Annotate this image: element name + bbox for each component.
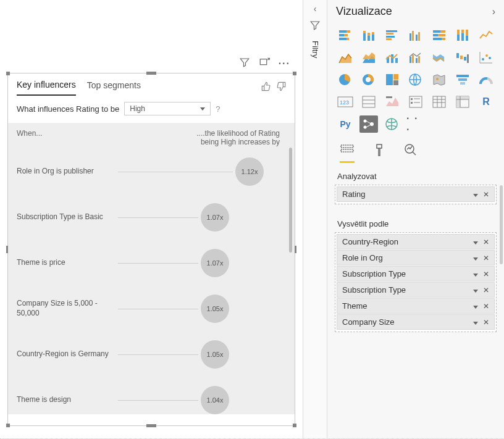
svg-rect-67: [411, 98, 413, 100]
scatter-icon[interactable]: [477, 49, 495, 66]
influencer-row[interactable]: Role in Org is publisher 1.12x: [17, 157, 286, 186]
stacked-column-icon[interactable]: [359, 27, 378, 44]
treemap-icon[interactable]: [383, 71, 401, 88]
field-pill[interactable]: Subscription Type ✕: [337, 266, 495, 282]
python-visual-icon[interactable]: Py: [336, 115, 355, 133]
funnel-icon[interactable]: [453, 71, 472, 88]
chevron-down-icon[interactable]: [473, 302, 478, 311]
card-icon[interactable]: 123: [336, 93, 355, 111]
map-icon[interactable]: [406, 71, 425, 88]
influencer-row[interactable]: Theme is design 1.04x: [17, 386, 286, 414]
influencer-row[interactable]: Country-Region is Germany 1.05x: [17, 340, 286, 369]
format-tab-icon[interactable]: [373, 143, 385, 163]
analyze-field-well[interactable]: Rating ✕: [335, 185, 497, 204]
influencer-row[interactable]: Theme is price 1.07x: [17, 249, 286, 277]
scrollbar[interactable]: [289, 148, 292, 253]
svg-point-83: [370, 122, 374, 126]
fields-tab-icon[interactable]: [340, 143, 355, 163]
stacked-bar-100-icon[interactable]: [430, 27, 448, 44]
chevron-down-icon[interactable]: [473, 238, 478, 246]
tab-key-influencers[interactable]: Key influencers: [17, 80, 76, 96]
area-chart-icon[interactable]: [336, 49, 355, 66]
table-icon[interactable]: [430, 93, 448, 111]
clustered-bar-icon[interactable]: [383, 27, 401, 44]
field-pill[interactable]: Country-Region ✕: [337, 234, 495, 249]
donut-chart-icon[interactable]: [359, 71, 378, 88]
gauge-icon[interactable]: [477, 71, 495, 88]
remove-field-icon[interactable]: ✕: [483, 318, 489, 327]
svg-rect-16: [386, 38, 392, 40]
svg-rect-62: [363, 96, 375, 107]
chevron-down-icon[interactable]: [473, 254, 478, 262]
svg-text:123: 123: [340, 99, 349, 106]
expand-pane-icon[interactable]: ›: [492, 6, 495, 17]
filter-icon[interactable]: [239, 57, 250, 70]
thumbs-up-icon[interactable]: [261, 82, 271, 94]
resize-handle[interactable]: [146, 424, 156, 427]
remove-field-icon[interactable]: ✕: [483, 254, 489, 262]
resize-handle[interactable]: [6, 424, 10, 427]
remove-field-icon[interactable]: ✕: [483, 302, 489, 311]
remove-field-icon[interactable]: ✕: [483, 190, 489, 199]
influencer-value-bubble: 1.07x: [201, 203, 229, 232]
svg-rect-8: [363, 31, 366, 33]
remove-field-icon[interactable]: ✕: [483, 270, 489, 278]
field-pill[interactable]: Role in Org ✕: [337, 250, 495, 265]
waterfall-icon[interactable]: [453, 49, 472, 66]
kpi-icon[interactable]: [383, 93, 401, 111]
filters-pane-collapsed: ‹ Filtry: [303, 0, 327, 438]
scrollbar[interactable]: [500, 185, 503, 264]
key-influencers-visual[interactable]: Key influencers Top segments What influe…: [7, 73, 295, 426]
svg-point-48: [489, 57, 491, 59]
focus-mode-icon[interactable]: [259, 57, 270, 70]
line-stacked-column-icon[interactable]: [383, 49, 401, 66]
field-pill[interactable]: Rating ✕: [337, 186, 495, 202]
resize-handle[interactable]: [146, 72, 156, 75]
line-chart-icon[interactable]: [477, 27, 495, 44]
resize-handle[interactable]: [293, 72, 296, 75]
filled-map-icon[interactable]: [430, 71, 448, 88]
stacked-area-icon[interactable]: [359, 49, 378, 66]
chevron-down-icon[interactable]: [473, 190, 478, 199]
svg-rect-58: [458, 78, 467, 81]
pie-chart-icon[interactable]: [336, 71, 355, 88]
r-visual-icon[interactable]: R: [477, 93, 495, 111]
expand-filters-icon[interactable]: ‹: [314, 4, 317, 14]
influencer-value-bubble: 1.07x: [201, 249, 229, 277]
explain-by-field-well[interactable]: Country-Region ✕ Role in Org ✕ Subscript…: [335, 232, 497, 332]
resize-handle[interactable]: [293, 424, 296, 427]
decomposition-tree-icon[interactable]: [383, 115, 401, 133]
matrix-icon[interactable]: [453, 93, 472, 111]
more-visuals-icon[interactable]: · · ·: [406, 115, 425, 133]
svg-line-85: [366, 125, 371, 127]
key-influencers-visual-icon[interactable]: [359, 115, 378, 133]
tab-top-segments[interactable]: Top segments: [87, 80, 141, 95]
clustered-column-icon[interactable]: [406, 27, 425, 44]
svg-rect-6: [346, 38, 349, 40]
connector-line: [118, 172, 233, 172]
stacked-column-100-icon[interactable]: [453, 27, 472, 44]
chevron-down-icon[interactable]: [473, 270, 478, 278]
influencer-row[interactable]: Company Size is 5,000 - 50,000 1.05x: [17, 295, 286, 323]
svg-rect-5: [339, 38, 348, 40]
influencer-row[interactable]: Subscription Type is Basic 1.07x: [17, 203, 286, 232]
line-clustered-column-icon[interactable]: [406, 49, 425, 66]
resize-handle[interactable]: [6, 72, 10, 75]
field-pill[interactable]: Theme ✕: [337, 298, 495, 314]
multi-row-card-icon[interactable]: [359, 93, 378, 111]
chevron-down-icon[interactable]: [473, 286, 478, 295]
stacked-bar-icon[interactable]: [336, 27, 355, 44]
field-pill[interactable]: Company Size ✕: [337, 314, 495, 330]
more-options-icon[interactable]: ···: [279, 58, 290, 69]
ribbon-chart-icon[interactable]: [430, 49, 448, 66]
remove-field-icon[interactable]: ✕: [483, 238, 489, 246]
chevron-down-icon[interactable]: [473, 318, 478, 327]
slicer-icon[interactable]: [406, 93, 425, 111]
value-dropdown[interactable]: High: [124, 102, 211, 115]
svg-rect-20: [418, 32, 420, 41]
remove-field-icon[interactable]: ✕: [483, 286, 489, 295]
analytics-tab-icon[interactable]: [404, 143, 418, 163]
field-pill[interactable]: Subscription Type ✕: [337, 282, 495, 298]
filter-badge-icon[interactable]: [309, 20, 321, 33]
thumbs-down-icon[interactable]: [276, 82, 286, 94]
